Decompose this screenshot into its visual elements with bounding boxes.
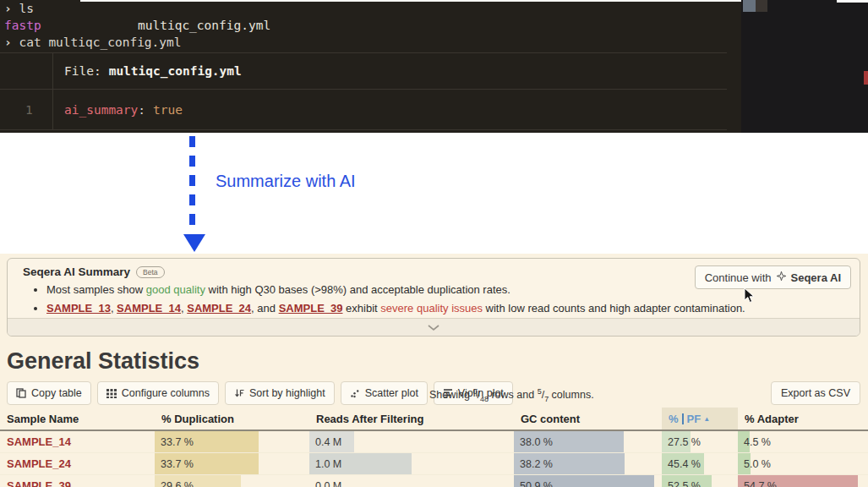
sparkle-icon [776, 271, 787, 284]
panel-artifact [743, 0, 756, 12]
cell-value: 38.2 % [520, 458, 553, 470]
value-cell: 5.0 % [738, 453, 868, 474]
value-cell: 45.4 % [662, 453, 738, 474]
sample-name-cell[interactable]: SAMPLE_39 [0, 475, 155, 487]
toolbar-button-copy-table[interactable]: Copy table [7, 381, 91, 405]
cell-value: 5.0 % [744, 458, 771, 470]
window-edge-artifact [80, 0, 741, 2]
bullet-text-segment: exhibit [343, 302, 381, 315]
grid-icon [106, 388, 117, 398]
yaml-colon: : [138, 101, 145, 118]
cell-value: 50.9 % [520, 480, 553, 487]
continue-with-seqera-ai-button[interactable]: Continue with Seqera AI [695, 265, 851, 289]
command-ls: ls [19, 2, 33, 15]
ai-summary-collapse-toggle[interactable] [8, 318, 860, 336]
column-header-gc-content[interactable]: GC content [514, 408, 662, 430]
cell-value: 29.6 % [161, 480, 194, 487]
bullet-text-segment: Most samples show [46, 283, 146, 296]
prompt-icon: › [4, 36, 12, 49]
continue-button-prefix: Continue with [705, 271, 772, 284]
value-cell: 29.6 % [155, 475, 309, 487]
sample-link[interactable]: SAMPLE_13 [46, 302, 111, 315]
sample-link[interactable]: SAMPLE_24 [187, 302, 251, 315]
cell-value: 33.7 % [161, 458, 194, 470]
column-drag-handle[interactable] [682, 413, 684, 424]
screenshot-stage: › ls fastpmultiqc_config.yml › cat multi… [0, 0, 868, 487]
ai-summary-title-row: Seqera AI Summary Beta [23, 265, 165, 278]
toolbar-button-sort-by-highlight[interactable]: Sort by highlight [225, 381, 335, 405]
terminal-prompt-line: › cat multiqc_config.yml [0, 34, 741, 51]
file-viewer-header: File: multiqc_config.yml [0, 53, 727, 90]
sample-name-cell[interactable]: SAMPLE_24 [0, 453, 155, 474]
annotation-label: Summarize with AI [216, 172, 356, 191]
ls-output-line: fastpmultiqc_config.yml [0, 17, 741, 34]
value-cell: 33.7 % [155, 431, 309, 452]
cell-value: 54.7 % [744, 480, 777, 487]
bullet-text-segment: , and [251, 302, 279, 315]
value-cell: 38.0 % [514, 431, 662, 452]
section-heading: General Statistics [7, 348, 199, 375]
summary-bullet: SAMPLE_13, SAMPLE_14, SAMPLE_24, and SAM… [46, 299, 745, 318]
value-cell: 52.5 % [662, 475, 738, 487]
sample-link[interactable]: SAMPLE_14 [117, 302, 181, 315]
file-viewer: File: multiqc_config.yml 1 ai_summary:tr… [0, 52, 727, 130]
arrow-head-icon [183, 234, 205, 252]
terminal-prompt-line: › ls [0, 0, 741, 17]
multiqc-report-section: Seqera AI Summary Beta Most samples show… [0, 254, 868, 487]
general-statistics-table: Sample Name% DuplicationReads After Filt… [0, 408, 868, 487]
cell-value: 52.5 % [668, 480, 701, 487]
yaml-key: ai_summary [64, 101, 138, 118]
rows-total-count: 48 [480, 395, 489, 403]
table-row: SAMPLE_2433.7 %1.0 M38.2 %45.4 %5.0 % [0, 453, 868, 475]
showing-summary-text: Showing 0/48 rows and 5/7 columns. [429, 387, 594, 403]
toolbar-button-label: Copy table [31, 387, 82, 399]
cell-value: 45.4 % [668, 458, 701, 470]
cell-value: 0.4 M [315, 436, 341, 448]
cell-value: 4.5 % [744, 436, 771, 448]
command-cat: cat multiqc_config.yml [19, 36, 181, 49]
dashed-arrow-line [189, 136, 195, 232]
column-header-reads-after-filtering[interactable]: Reads After Filtering [309, 408, 514, 430]
bullet-text-segment: with high Q30 bases (>98%) and acceptabl… [205, 283, 510, 296]
column-header-duplication[interactable]: % Duplication [155, 408, 309, 430]
panel-artifact [756, 0, 767, 12]
scatter-plot-icon [350, 388, 360, 398]
ai-summary-bullets: Most samples show good quality with high… [33, 281, 745, 318]
table-header-row: Sample Name% DuplicationReads After Filt… [0, 408, 868, 431]
sort-ascending-icon: ▴ [705, 415, 708, 423]
column-header-adapter[interactable]: % Adapter [738, 408, 868, 430]
cell-value: 0.0 M [315, 480, 341, 487]
value-cell: 38.2 % [514, 453, 662, 474]
value-cell: 27.5 % [662, 431, 738, 452]
file-label: File: [64, 63, 101, 79]
window-side-panel [741, 0, 868, 133]
beta-badge: Beta [136, 266, 165, 278]
bullet-text-segment: good quality [146, 283, 205, 296]
seqera-ai-summary-box: Seqera AI Summary Beta Most samples show… [7, 258, 860, 337]
sort-icon [234, 388, 244, 398]
bullet-text-segment: severe quality issues [380, 302, 483, 315]
continue-button-brand: Seqera AI [791, 271, 842, 284]
header-label-part: PF [687, 413, 701, 425]
terminal-window: › ls fastpmultiqc_config.yml › cat multi… [0, 0, 741, 133]
value-cell: 54.7 % [738, 475, 868, 487]
column-header-sample-name[interactable]: Sample Name [0, 408, 155, 430]
cell-value: 33.7 % [161, 436, 194, 448]
cell-value: 38.0 % [520, 436, 553, 448]
sample-name-cell[interactable]: SAMPLE_14 [0, 431, 155, 452]
value-cell: 0.4 M [309, 431, 514, 452]
sample-link[interactable]: SAMPLE_39 [279, 302, 343, 315]
toolbar-button-configure-columns[interactable]: Configure columns [97, 381, 219, 405]
export-as-csv-button[interactable]: Export as CSV [771, 381, 860, 405]
ls-entry-config: multiqc_config.yml [138, 19, 270, 32]
column-header-pf[interactable]: %PF▴ [662, 408, 738, 430]
table-body: SAMPLE_1433.7 %0.4 M38.0 %27.5 %4.5 %SAM… [0, 431, 868, 487]
cell-value: 1.0 M [315, 458, 341, 470]
showing-mid-text: rows and [489, 389, 538, 401]
value-cell: 33.7 % [155, 453, 309, 474]
mouse-cursor-icon [744, 287, 755, 307]
toolbar-button-scatter-plot[interactable]: Scatter plot [341, 381, 428, 405]
table-row: SAMPLE_3929.6 %0.0 M50.9 %52.5 %54.7 % [0, 475, 868, 487]
window-edge-artifact [837, 0, 868, 3]
toolbar-button-label: Configure columns [122, 387, 210, 399]
